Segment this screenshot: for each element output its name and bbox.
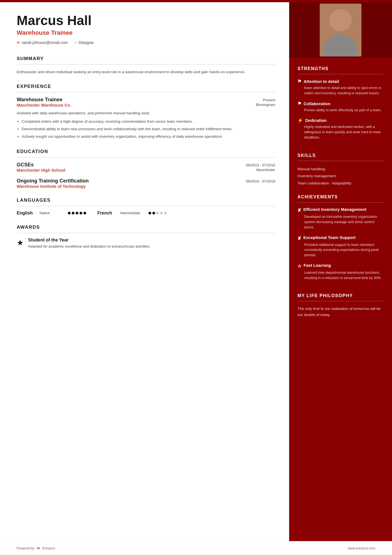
powered-by-text: Powered by [17,546,34,550]
job-title: Warehouse Trainee [17,29,275,36]
achievements-title: ACHIEVEMENTS [297,194,384,199]
exp-role: Warehouse Trainee [17,97,62,103]
dot [83,212,86,214]
email-text: sarah.johnson@email.com [22,40,68,45]
footer-url: www.enhancv.com [348,546,375,550]
award-title-0: Student of the Year [28,238,150,243]
strength-desc-2: Highly motivated and dedicated worker, w… [297,124,384,140]
edu-school-0: Manchester High School [17,168,65,172]
lang-level-1: Intermediate [120,211,145,215]
resume-page: Marcus Hall Warehouse Trainee ✉ sarah.jo… [0,0,392,555]
experience-title: EXPERIENCE [17,84,275,89]
achievement-desc-0: Developed an innovative inventory organi… [297,214,384,230]
dot [164,212,167,214]
dot [148,212,151,214]
email-icon: ✉ [17,40,20,45]
dot [68,212,71,214]
candidate-photo [320,4,361,56]
lang-level-0: Native [39,211,64,215]
achievement-item-1: ✘ Exceptional Team Support Provided addi… [297,235,384,258]
contact-email: ✉ sarah.johnson@email.com [17,40,68,45]
dot [72,212,75,214]
wrench-icon-0: ✘ [297,208,301,213]
award-desc-0: Awarded for academic excellence and dedi… [28,244,150,249]
edu-school-row-0: Manchester High School Manchester [17,168,275,172]
skills-section: SKILLS Manual handling · Inventory manag… [289,153,392,187]
languages-title: LANGUAGES [17,198,275,203]
strength-item-1: ⚑ Collaboration Proven ability to work e… [297,101,384,113]
contact-row: ✉ sarah.johnson@email.com ○ Glasgow [17,40,275,45]
edu-school-row-1: Warehouse Institute of Technology [17,184,275,189]
languages-divider [17,206,275,206]
exp-description: Assisted with daily warehouse operations… [17,110,275,116]
star-outline-icon: ☆ [297,263,301,269]
experience-item: Warehouse Trainee Present Manchester War… [17,97,275,140]
dot [152,212,155,214]
achievement-title-row-1: ✘ Exceptional Team Support [297,235,384,241]
exp-company-row: Manchester Warehouse Co. Birmingham [17,103,275,108]
lang-dots-1 [148,212,167,214]
edu-date-1: 06/2016 - 07/2019 [246,179,275,183]
summary-title: SUMMARY [17,56,275,61]
lang-dots-0 [68,212,86,214]
skills-divider [297,161,384,161]
skill-item-2: Team collaboration · Adaptability [297,180,384,187]
philosophy-title: MY LIFE PHILOSOPHY [297,293,384,298]
achievements-divider [297,202,384,203]
star-icon: ★ [17,238,24,247]
bolt-icon: ⚡ [297,118,303,123]
footer: Powered by ∞ Enhancv www.enhancv.com [0,541,392,555]
education-divider [17,157,275,157]
awards-divider [17,233,275,233]
experience-divider [17,92,275,92]
edu-school-1: Warehouse Institute of Technology [17,184,86,189]
brand-name: Enhancv [42,546,55,550]
wrench-icon-1: ✘ [297,236,301,241]
summary-text: Enthusiastic and driven individual seeki… [17,69,275,75]
strength-desc-1: Proven ability to work effectively as pa… [297,108,384,113]
achievements-section: ACHIEVEMENTS ✘ Efficient Inventory Manag… [289,194,392,285]
content-wrapper: Marcus Hall Warehouse Trainee ✉ sarah.jo… [0,2,392,541]
exp-company: Manchester Warehouse Co. [17,103,71,107]
edu-degree-0: GCSEs [17,162,34,168]
edu-degree-1: Ongoing Training Certification [17,178,89,184]
achievement-item-2: ☆ Fast Learning Learned inter-department… [297,263,384,281]
achievement-title-row-2: ☆ Fast Learning [297,263,384,269]
strength-title-0: ⚑ Attention to detail [297,79,384,84]
dot [80,212,82,214]
edu-date-0: 06/2013 - 07/2016 [246,163,275,167]
footer-left: Powered by ∞ Enhancv [17,545,55,551]
photo-face [329,9,352,31]
flag-icon-0: ⚑ [297,79,301,84]
edu-header-0: GCSEs 06/2013 - 07/2016 [17,162,275,168]
achievement-item-0: ✘ Efficient Inventory Management Develop… [297,207,384,230]
enhancv-logo: ∞ [36,545,40,551]
exp-bullets: Completed orders with a high degree of a… [17,119,275,140]
skill-item-0: Manual handling · [297,166,384,173]
summary-divider [17,64,275,65]
photo-body [324,34,357,56]
strength-desc-0: Keen attention to detail and ability to … [297,85,384,96]
awards-section: AWARDS ★ Student of the Year Awarded for… [17,225,275,249]
exp-bullet-0: Completed orders with a high degree of a… [22,119,275,125]
exp-bullet-2: Actively sought out opportunities to ass… [22,134,275,140]
lang-item-0: English Native [17,211,86,216]
strengths-title: STRENGTHS [297,66,384,71]
education-title: EDUCATION [17,149,275,154]
achievement-title-row-0: ✘ Efficient Inventory Management [297,207,384,213]
philosophy-text: The only limit to our realization of tom… [297,306,384,318]
philosophy-section: MY LIFE PHILOSOPHY The only limit to our… [289,293,392,318]
award-content: Student of the Year Awarded for academic… [28,238,150,249]
edu-header-1: Ongoing Training Certification 06/2016 -… [17,178,275,184]
left-column: Marcus Hall Warehouse Trainee ✉ sarah.jo… [0,2,289,541]
flag-icon-1: ⚑ [297,101,301,106]
strengths-section: STRENGTHS ⚑ Attention to detail Keen att… [289,66,392,145]
award-item-0: ★ Student of the Year Awarded for academ… [17,238,275,249]
awards-title: AWARDS [17,225,275,230]
edu-item-0: GCSEs 06/2013 - 07/2016 Manchester High … [17,162,275,172]
strengths-divider [297,74,384,74]
candidate-name: Marcus Hall [17,13,275,28]
languages-section: LANGUAGES English Native [17,198,275,216]
achievement-desc-1: Provided additional support to team memb… [297,242,384,258]
top-bar [0,0,392,2]
